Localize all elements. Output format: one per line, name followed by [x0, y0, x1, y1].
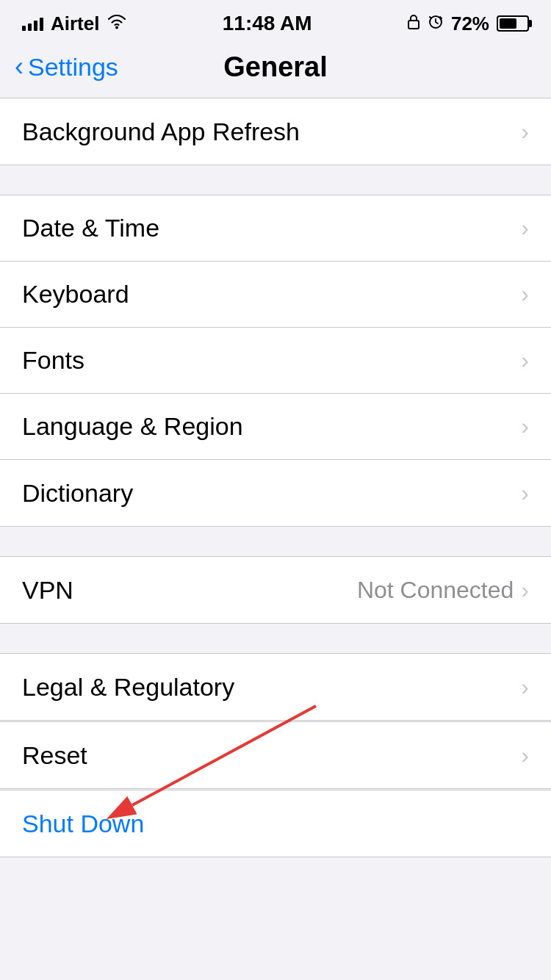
group-locale: Date & Time › Keyboard › Fonts › Languag… [0, 195, 551, 527]
background-app-refresh-label: Background App Refresh [22, 118, 300, 146]
list-item-fonts[interactable]: Fonts › [0, 328, 551, 394]
chevron-right-icon: › [521, 674, 529, 701]
chevron-right-icon: › [521, 215, 529, 242]
language-region-right: › [521, 413, 529, 440]
section-separator-1 [0, 165, 551, 195]
list-item-language-region[interactable]: Language & Region › [0, 394, 551, 460]
section-separator-2 [0, 527, 551, 556]
section-separator-bottom [0, 857, 551, 887]
back-label: Settings [28, 53, 118, 82]
chevron-right-icon: › [521, 742, 529, 769]
chevron-right-icon: › [521, 577, 529, 604]
list-item-dictionary[interactable]: Dictionary › [0, 460, 551, 526]
list-item-keyboard[interactable]: Keyboard › [0, 262, 551, 328]
section-separator-3 [0, 624, 551, 653]
group-shutdown: Shut Down [0, 790, 551, 857]
chevron-right-icon: › [521, 347, 529, 374]
chevron-right-icon: › [521, 480, 529, 507]
nav-bar: ‹ Settings General [0, 44, 551, 98]
page-title: General [223, 51, 328, 83]
status-right: 72% [407, 12, 529, 35]
battery-percent: 72% [451, 12, 489, 35]
back-chevron-icon: ‹ [15, 54, 24, 80]
time-label: 11:48 AM [223, 12, 312, 35]
keyboard-label: Keyboard [22, 280, 129, 309]
list-item-background-app-refresh[interactable]: Background App Refresh › [0, 98, 551, 165]
lock-icon [407, 13, 420, 34]
vpn-value: Not Connected [357, 577, 514, 604]
fonts-right: › [521, 347, 529, 374]
alarm-icon [428, 13, 444, 34]
reset-label: Reset [22, 741, 87, 770]
fonts-label: Fonts [22, 346, 84, 375]
dictionary-label: Dictionary [22, 479, 133, 508]
reset-right: › [521, 742, 529, 769]
signal-bars-icon [22, 16, 43, 31]
back-button[interactable]: ‹ Settings [15, 53, 118, 82]
group-reset: Reset › [0, 721, 551, 789]
list-item-legal-regulatory[interactable]: Legal & Regulatory › [0, 654, 551, 720]
keyboard-right: › [521, 281, 529, 308]
date-time-right: › [521, 215, 529, 242]
chevron-right-icon: › [521, 413, 529, 440]
group-vpn: VPN Not Connected › [0, 556, 551, 624]
group-background-refresh: Background App Refresh › [0, 98, 551, 165]
status-bar: Airtel 11:48 AM 72% [0, 0, 551, 44]
shutdown-label: Shut Down [22, 810, 144, 838]
group-legal: Legal & Regulatory › [0, 653, 551, 721]
battery-icon [497, 15, 529, 32]
vpn-right: Not Connected › [357, 577, 529, 604]
list-item-date-time[interactable]: Date & Time › [0, 195, 551, 262]
svg-rect-0 [408, 21, 419, 29]
list-item-shutdown[interactable]: Shut Down [0, 790, 551, 857]
status-left: Airtel [22, 12, 127, 35]
carrier-label: Airtel [51, 12, 99, 35]
legal-regulatory-label: Legal & Regulatory [22, 673, 234, 702]
vpn-label: VPN [22, 576, 73, 605]
chevron-right-icon: › [521, 281, 529, 308]
list-item-vpn[interactable]: VPN Not Connected › [0, 557, 551, 623]
chevron-right-icon: › [521, 118, 529, 145]
wifi-icon [107, 13, 127, 34]
list-item-reset[interactable]: Reset › [0, 722, 551, 788]
dictionary-right: › [521, 480, 529, 507]
background-app-refresh-right: › [521, 118, 529, 145]
date-time-label: Date & Time [22, 214, 159, 242]
legal-regulatory-right: › [521, 674, 529, 701]
language-region-label: Language & Region [22, 412, 243, 441]
